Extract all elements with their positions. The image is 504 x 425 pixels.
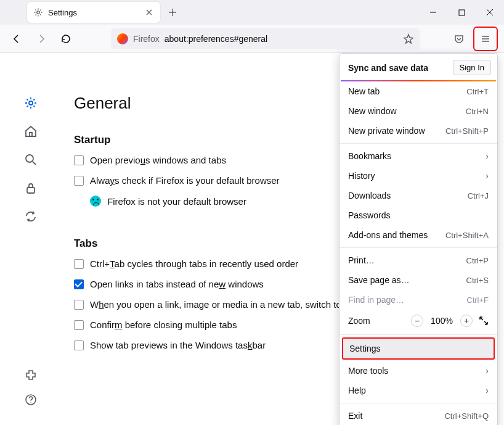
app-menu-button[interactable]	[475, 28, 496, 49]
menu-print[interactable]: Print…Ctrl+P	[339, 250, 497, 270]
not-default-label: Firefox is not your default browser	[107, 196, 246, 207]
menu-new-tab[interactable]: New tabCtrl+T	[339, 81, 497, 101]
sad-face-icon	[90, 196, 101, 207]
bookmark-star-icon[interactable]	[403, 33, 414, 44]
settings-sidebar	[0, 53, 62, 425]
firefox-icon	[117, 33, 128, 44]
show-previews-label: Show tab previews in the Windows taskbar	[90, 340, 266, 350]
back-button[interactable]	[6, 28, 27, 49]
app-menu-highlight	[473, 27, 498, 51]
menu-addons[interactable]: Add-ons and themesCtrl+Shift+A	[339, 225, 497, 245]
menu-new-private-window[interactable]: New private windowCtrl+Shift+P	[339, 121, 497, 141]
menu-settings[interactable]: Settings	[342, 337, 495, 360]
chevron-right-icon: ›	[486, 386, 489, 395]
open-previous-label: Open previous windows and tabs	[90, 155, 226, 165]
sidebar-extensions-icon[interactable]	[24, 368, 38, 382]
chevron-right-icon: ›	[486, 171, 489, 181]
svg-point-2	[29, 101, 33, 105]
menu-passwords[interactable]: Passwords	[339, 205, 497, 225]
checkbox-icon[interactable]	[74, 176, 84, 186]
window-close-button[interactable]	[476, 0, 504, 25]
menu-help[interactable]: Help›	[339, 381, 497, 400]
new-tab-button[interactable]	[164, 4, 181, 21]
sidebar-general-icon[interactable]	[24, 96, 38, 110]
identity-label: Firefox	[133, 34, 160, 44]
zoom-label: Zoom	[348, 316, 405, 326]
zoom-out-button[interactable]: −	[411, 315, 423, 327]
svg-rect-4	[27, 188, 35, 193]
switch-tab-label: When you open a link, image or media in …	[90, 299, 348, 310]
menu-new-window[interactable]: New windowCtrl+N	[339, 101, 497, 121]
zoom-in-button[interactable]: +	[460, 315, 473, 327]
titlebar: Settings	[0, 0, 504, 25]
chevron-right-icon: ›	[486, 366, 489, 376]
confirm-close-label: Confirm before closing multiple tabs	[90, 320, 237, 330]
browser-tab[interactable]: Settings	[27, 2, 160, 23]
chevron-right-icon: ›	[486, 151, 489, 161]
svg-point-0	[37, 11, 39, 14]
checkbox-checked-icon[interactable]	[74, 279, 84, 289]
tab-title: Settings	[48, 8, 139, 17]
svg-rect-1	[459, 10, 465, 15]
checkbox-icon[interactable]	[74, 320, 84, 330]
checkbox-icon[interactable]	[74, 340, 84, 350]
reload-button[interactable]	[55, 28, 76, 49]
zoom-value: 100%	[429, 316, 454, 326]
close-icon[interactable]	[144, 7, 154, 17]
menu-find-in-page: Find in page…Ctrl+F	[339, 290, 497, 310]
sidebar-home-icon[interactable]	[24, 125, 38, 138]
menu-history[interactable]: History›	[339, 166, 497, 186]
maximize-button[interactable]	[447, 0, 476, 25]
app-menu-panel: Sync and save data Sign In New tabCtrl+T…	[339, 53, 498, 425]
window-controls	[419, 0, 504, 25]
checkbox-icon[interactable]	[74, 300, 84, 310]
checkbox-icon[interactable]	[74, 155, 84, 165]
pocket-button[interactable]	[449, 28, 469, 49]
menu-exit[interactable]: ExitCtrl+Shift+Q	[339, 406, 497, 425]
always-check-label: Always check if Firefox is your default …	[90, 175, 280, 186]
toolbar: Firefox about:preferences#general	[0, 25, 504, 53]
gear-icon	[33, 7, 43, 17]
url-bar[interactable]: Firefox about:preferences#general	[111, 28, 420, 49]
sync-title: Sync and save data	[348, 63, 428, 73]
menu-more-tools[interactable]: More tools›	[339, 361, 497, 381]
menu-bookmarks[interactable]: Bookmarks›	[339, 146, 497, 166]
ctrl-tab-label: Ctrl+Tab cycles through tabs in recently…	[90, 258, 298, 269]
menu-save-as[interactable]: Save page as…Ctrl+S	[339, 270, 497, 290]
fullscreen-icon[interactable]	[479, 316, 489, 326]
minimize-button[interactable]	[419, 0, 447, 25]
sign-in-button[interactable]: Sign In	[453, 60, 491, 75]
sidebar-help-icon[interactable]	[24, 393, 38, 406]
forward-button	[31, 28, 52, 49]
sidebar-search-icon[interactable]	[24, 153, 38, 167]
sidebar-privacy-icon[interactable]	[24, 181, 38, 195]
menu-zoom-row: Zoom − 100% +	[339, 310, 497, 332]
svg-point-3	[26, 155, 33, 162]
menu-downloads[interactable]: DownloadsCtrl+J	[339, 186, 497, 205]
url-text: about:preferences#general	[165, 34, 267, 44]
menu-sync-row: Sync and save data Sign In	[339, 54, 497, 80]
checkbox-icon[interactable]	[74, 259, 84, 269]
open-links-label: Open links in tabs instead of new window…	[90, 279, 264, 289]
sidebar-sync-icon[interactable]	[24, 210, 38, 223]
